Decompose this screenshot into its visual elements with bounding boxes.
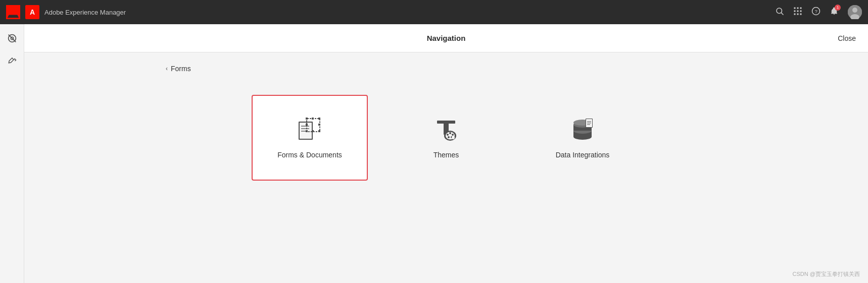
svg-rect-12 [800, 7, 802, 9]
svg-rect-60 [587, 123, 591, 124]
notification-badge: 1 [835, 5, 841, 11]
svg-rect-37 [312, 118, 314, 120]
nav-overlay: Navigation Close ‹ Forms [24, 24, 868, 283]
svg-rect-38 [318, 124, 320, 126]
tools-icon[interactable] [4, 54, 20, 71]
breadcrumb-label: Forms [171, 65, 191, 73]
settings-icon[interactable] [4, 30, 20, 46]
nav-item-data-integrations[interactable]: Data Integrations [524, 95, 641, 181]
grid-icon[interactable] [793, 7, 802, 18]
svg-rect-39 [306, 124, 308, 126]
nav-title: Navigation [427, 34, 466, 42]
svg-rect-11 [797, 7, 799, 9]
close-button[interactable]: Close [838, 34, 856, 42]
app-title: Adobe Experience Manager [44, 9, 126, 16]
avatar[interactable] [848, 5, 862, 19]
svg-rect-35 [306, 130, 308, 132]
help-icon[interactable]: ? [811, 7, 821, 18]
chevron-left-icon: ‹ [166, 65, 168, 72]
svg-rect-33 [306, 118, 308, 120]
svg-point-47 [452, 134, 454, 136]
svg-point-46 [449, 132, 451, 134]
watermark: CSDN @贾宝玉拳打镇关西 [793, 270, 860, 278]
svg-rect-40 [312, 130, 314, 132]
forms-documents-icon [297, 117, 323, 143]
svg-rect-14 [797, 10, 799, 12]
themes-label: Themes [433, 151, 459, 159]
adobe-logo-container[interactable]: A [25, 5, 39, 19]
svg-rect-30 [301, 128, 309, 129]
breadcrumb: ‹ Forms [24, 52, 868, 85]
svg-rect-16 [794, 13, 796, 15]
svg-rect-10 [794, 7, 796, 9]
svg-rect-17 [797, 13, 799, 15]
svg-rect-15 [800, 10, 802, 12]
nav-item-forms-documents[interactable]: Forms & Documents [252, 95, 368, 181]
adobe-logo[interactable] [6, 5, 20, 19]
svg-line-9 [781, 13, 783, 15]
nav-header: Navigation Close [24, 24, 868, 52]
top-bar: A Adobe Experience Manager [0, 0, 868, 24]
forms-documents-label: Forms & Documents [277, 151, 342, 159]
nav-item-themes[interactable]: Themes [388, 95, 504, 181]
themes-icon [433, 117, 459, 143]
svg-point-49 [448, 136, 450, 138]
svg-rect-13 [794, 10, 796, 12]
svg-rect-18 [800, 13, 802, 15]
nav-grid: Forms & Documents [24, 85, 868, 181]
svg-point-50 [452, 136, 455, 139]
notification-icon[interactable]: 1 [830, 7, 839, 18]
top-bar-left: A Adobe Experience Manager [6, 5, 126, 19]
svg-rect-29 [301, 126, 309, 127]
breadcrumb-back[interactable]: ‹ Forms [166, 65, 191, 73]
top-bar-right: ? 1 [775, 5, 862, 19]
search-icon[interactable] [775, 7, 784, 18]
svg-rect-61 [587, 124, 590, 125]
svg-point-8 [777, 8, 782, 14]
svg-marker-7 [8, 15, 19, 18]
left-sidebar [0, 24, 24, 283]
svg-rect-36 [318, 130, 320, 132]
svg-point-45 [447, 134, 449, 136]
svg-rect-59 [587, 121, 591, 122]
data-integrations-label: Data Integrations [556, 151, 610, 159]
svg-text:?: ? [814, 8, 817, 14]
svg-rect-34 [318, 118, 320, 120]
svg-point-22 [852, 8, 857, 13]
data-integrations-icon [569, 117, 596, 143]
